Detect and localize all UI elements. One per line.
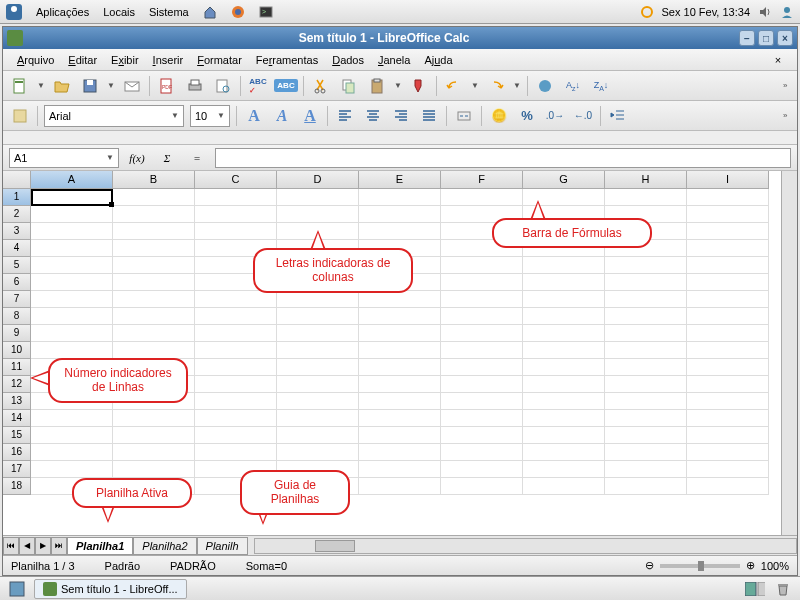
cell-E9[interactable]	[359, 325, 441, 342]
column-header-E[interactable]: E	[359, 171, 441, 189]
cell-D1[interactable]	[277, 189, 359, 206]
cell-H10[interactable]	[605, 342, 687, 359]
name-box[interactable]: A1 ▼	[9, 148, 119, 168]
cell-H8[interactable]	[605, 308, 687, 325]
cell-C13[interactable]	[195, 393, 277, 410]
cell-E14[interactable]	[359, 410, 441, 427]
cell-A15[interactable]	[31, 427, 113, 444]
cell-F13[interactable]	[441, 393, 523, 410]
cell-E15[interactable]	[359, 427, 441, 444]
cell-B3[interactable]	[113, 223, 195, 240]
row-header-14[interactable]: 14	[3, 410, 31, 427]
cell-A16[interactable]	[31, 444, 113, 461]
cell-B8[interactable]	[113, 308, 195, 325]
cell-E10[interactable]	[359, 342, 441, 359]
workspace-switcher[interactable]	[744, 578, 766, 600]
open-icon[interactable]	[51, 75, 73, 97]
row-header-18[interactable]: 18	[3, 478, 31, 495]
cell-G15[interactable]	[523, 427, 605, 444]
cell-I2[interactable]	[687, 206, 769, 223]
cell-G16[interactable]	[523, 444, 605, 461]
cell-D7[interactable]	[277, 291, 359, 308]
cell-D12[interactable]	[277, 376, 359, 393]
row-header-1[interactable]: 1	[3, 189, 31, 206]
maximize-button[interactable]: □	[758, 30, 774, 46]
cell-B10[interactable]	[113, 342, 195, 359]
cell-B9[interactable]	[113, 325, 195, 342]
cell-C12[interactable]	[195, 376, 277, 393]
row-header-2[interactable]: 2	[3, 206, 31, 223]
taskbar-item-calc[interactable]: Sem título 1 - LibreOff...	[34, 579, 187, 599]
cell-B7[interactable]	[113, 291, 195, 308]
row-header-15[interactable]: 15	[3, 427, 31, 444]
cell-G6[interactable]	[523, 274, 605, 291]
cell-I8[interactable]	[687, 308, 769, 325]
cell-F6[interactable]	[441, 274, 523, 291]
cell-G9[interactable]	[523, 325, 605, 342]
row-header-13[interactable]: 13	[3, 393, 31, 410]
update-icon[interactable]	[640, 5, 654, 19]
styles-icon[interactable]	[9, 105, 31, 127]
cell-H11[interactable]	[605, 359, 687, 376]
percent-icon[interactable]: %	[516, 105, 538, 127]
cell-H7[interactable]	[605, 291, 687, 308]
tab-nav-last[interactable]: ⏭	[51, 537, 67, 555]
cell-D2[interactable]	[277, 206, 359, 223]
copy-icon[interactable]	[338, 75, 360, 97]
cell-H18[interactable]	[605, 478, 687, 495]
cell-C8[interactable]	[195, 308, 277, 325]
cell-I14[interactable]	[687, 410, 769, 427]
menu-exibir[interactable]: Exibir	[105, 52, 145, 68]
cell-G11[interactable]	[523, 359, 605, 376]
cell-I9[interactable]	[687, 325, 769, 342]
cell-C15[interactable]	[195, 427, 277, 444]
row-header-5[interactable]: 5	[3, 257, 31, 274]
menu-editar[interactable]: Editar	[62, 52, 103, 68]
remove-decimal-icon[interactable]: ←.0	[572, 105, 594, 127]
cell-I18[interactable]	[687, 478, 769, 495]
cell-A3[interactable]	[31, 223, 113, 240]
align-center-icon[interactable]	[362, 105, 384, 127]
cell-C7[interactable]	[195, 291, 277, 308]
decrease-indent-icon[interactable]	[607, 105, 629, 127]
gnome-system-menu[interactable]: Sistema	[149, 6, 189, 18]
cell-E8[interactable]	[359, 308, 441, 325]
close-doc-button[interactable]: ×	[767, 49, 789, 71]
hyperlink-icon[interactable]	[534, 75, 556, 97]
row-header-7[interactable]: 7	[3, 291, 31, 308]
bold-icon[interactable]: A	[243, 105, 265, 127]
cell-H12[interactable]	[605, 376, 687, 393]
merge-cells-icon[interactable]	[453, 105, 475, 127]
firefox-icon[interactable]	[231, 5, 245, 19]
cell-E7[interactable]	[359, 291, 441, 308]
cell-F10[interactable]	[441, 342, 523, 359]
add-decimal-icon[interactable]: .0→	[544, 105, 566, 127]
undo-icon[interactable]	[443, 75, 465, 97]
cell-G14[interactable]	[523, 410, 605, 427]
tab-nav-prev[interactable]: ◀	[19, 537, 35, 555]
cell-F8[interactable]	[441, 308, 523, 325]
cell-I17[interactable]	[687, 461, 769, 478]
cell-I5[interactable]	[687, 257, 769, 274]
cell-C1[interactable]	[195, 189, 277, 206]
format-overflow[interactable]: »	[783, 111, 791, 120]
row-header-16[interactable]: 16	[3, 444, 31, 461]
tab-nav-first[interactable]: ⏮	[3, 537, 19, 555]
cell-B15[interactable]	[113, 427, 195, 444]
font-name-combo[interactable]: Arial ▼	[44, 105, 184, 127]
cell-G18[interactable]	[523, 478, 605, 495]
cell-H9[interactable]	[605, 325, 687, 342]
cell-E17[interactable]	[359, 461, 441, 478]
autospell-icon[interactable]: ABC	[275, 75, 297, 97]
cell-H6[interactable]	[605, 274, 687, 291]
cell-E18[interactable]	[359, 478, 441, 495]
menu-ajuda[interactable]: Ajuda	[418, 52, 458, 68]
sheet-tab-1[interactable]: Planilha2	[133, 537, 196, 555]
cell-G12[interactable]	[523, 376, 605, 393]
align-left-icon[interactable]	[334, 105, 356, 127]
cell-B14[interactable]	[113, 410, 195, 427]
cell-G5[interactable]	[523, 257, 605, 274]
row-header-3[interactable]: 3	[3, 223, 31, 240]
cell-A8[interactable]	[31, 308, 113, 325]
save-icon[interactable]	[79, 75, 101, 97]
